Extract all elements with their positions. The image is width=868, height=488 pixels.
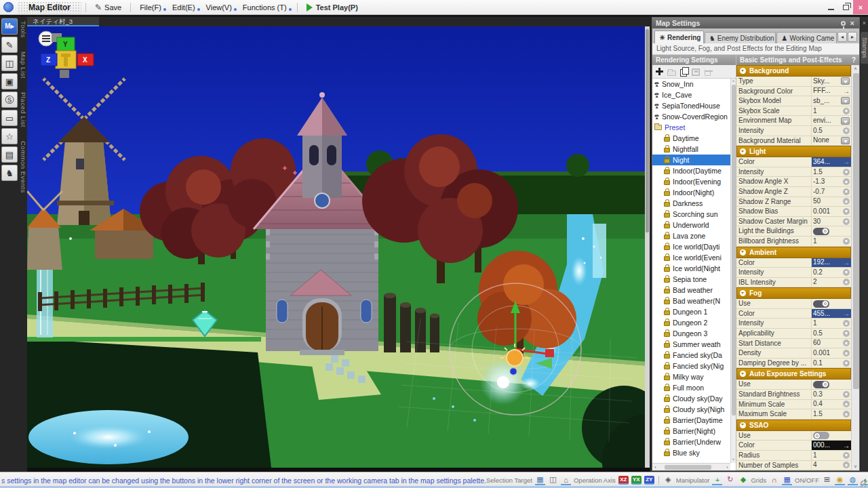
preset-item-ice-world-dayti[interactable]: Ice world(Dayti: [652, 241, 730, 252]
event-runner-icon-button[interactable]: ♞: [1, 165, 18, 181]
color-picker-arrow-icon[interactable]: →: [843, 259, 850, 266]
property-value[interactable]: 192...→: [812, 258, 851, 268]
list-vertical-scrollbar[interactable]: ˄˅: [730, 79, 736, 463]
property-value[interactable]: 4: [812, 461, 851, 470]
preset-item-ice-world-night[interactable]: Ice world(Night: [652, 263, 730, 274]
grid-table-icon[interactable]: ▦: [782, 475, 792, 485]
property-value[interactable]: Sky...: [812, 77, 851, 86]
stepper-icon[interactable]: [843, 320, 850, 327]
preset-item-dungeon-2[interactable]: Dungeon 2: [652, 317, 730, 328]
preset-item-full-moon[interactable]: Full moon: [652, 382, 730, 393]
preset-item-snow-coverdregion[interactable]: Snow-CoverdRegion: [652, 111, 730, 122]
section-header-light[interactable]: Light: [736, 146, 851, 157]
property-value[interactable]: [812, 299, 851, 308]
stepper-icon[interactable]: [843, 198, 850, 205]
preset-item-barrier-daytime[interactable]: Barrier(Daytime: [652, 415, 730, 426]
color-picker-arrow-icon[interactable]: →: [843, 310, 850, 317]
property-value[interactable]: [812, 380, 851, 389]
axis-badge-zy[interactable]: ZY: [644, 476, 654, 485]
manipulator-move-icon[interactable]: +: [712, 475, 722, 485]
menu-item-edit-e[interactable]: Edit(E): [167, 2, 200, 13]
property-value[interactable]: 0.4: [812, 400, 851, 409]
tab-working-came[interactable]: ♟Working Came: [776, 32, 837, 43]
property-row-radius[interactable]: Radius1: [736, 451, 851, 461]
viewport-scrollbar[interactable]: [645, 26, 650, 468]
axis-badge-yx[interactable]: YX: [631, 476, 642, 485]
property-value[interactable]: 0.001: [812, 348, 851, 358]
stepper-icon[interactable]: [843, 391, 850, 398]
tab-rendering[interactable]: ☀Rendering: [654, 30, 704, 43]
selection-building-icon[interactable]: ⌂: [561, 475, 571, 485]
property-value[interactable]: None: [812, 136, 851, 146]
property-value[interactable]: 1.5: [812, 167, 851, 177]
menu-item-view-v[interactable]: View(V): [201, 2, 237, 13]
dock-close-icon[interactable]: ×: [861, 17, 868, 26]
grid-vertical-scrollbar[interactable]: ˄˅: [851, 65, 859, 470]
preset-item-cloudy-sky-day[interactable]: Cloudy sky(Day: [652, 393, 730, 404]
property-row-shadow-z-range[interactable]: Shadow Z Range50: [736, 197, 851, 207]
stepper-icon[interactable]: [843, 269, 850, 276]
property-row-intensity[interactable]: Intensity0.5: [736, 126, 851, 136]
save-preset-icon[interactable]: [692, 68, 700, 76]
section-header-ambient[interactable]: Ambient: [736, 247, 851, 258]
preset-item-snow-inn[interactable]: Snow_Inn: [652, 79, 730, 89]
property-value[interactable]: 364...→: [812, 157, 851, 167]
property-row-start-distance[interactable]: Start Distance60: [736, 339, 851, 349]
property-row-background-color[interactable]: Background ColorFFF...→: [736, 87, 851, 97]
property-row-ibl-intensity[interactable]: IBL Intensity2: [736, 278, 851, 288]
preset-item-cloudy-sky-nigh[interactable]: Cloudy sky(Nigh: [652, 404, 730, 415]
preset-item-bad-weather-n[interactable]: Bad weather(N: [652, 296, 730, 306]
minimize-button[interactable]: [823, 0, 838, 14]
dropdown-icon[interactable]: [841, 77, 850, 85]
property-row-type[interactable]: TypeSky...: [736, 77, 851, 87]
preset-item-sepia-tone[interactable]: Sepia tone: [652, 274, 730, 285]
test-play-button[interactable]: Test Play(P): [302, 2, 363, 13]
section-header-ssao[interactable]: SSAO: [736, 420, 851, 431]
preset-item-fancied-sky-da[interactable]: Fancied sky(Da: [652, 350, 730, 361]
preset-item-scorching-sun[interactable]: Scorching sun: [652, 209, 730, 220]
property-value[interactable]: sb_...: [812, 96, 851, 106]
tab-scroll-left-icon[interactable]: ◂: [837, 32, 847, 42]
property-row-applicability[interactable]: Applicability0.5: [736, 329, 851, 339]
sky-display-icon[interactable]: ◍: [848, 475, 858, 485]
save-button[interactable]: ✎ Save: [90, 1, 126, 14]
stamps-dock-tab[interactable]: Stamps: [861, 32, 868, 64]
property-row-shadow-caster-margin[interactable]: Shadow Caster Margin30: [736, 217, 851, 227]
property-value[interactable]: 1: [812, 319, 851, 328]
property-value[interactable]: 0.001: [812, 207, 851, 216]
property-row-number-of-samples[interactable]: Number of Samples4: [736, 461, 851, 470]
property-row-light-the-buildings[interactable]: Light the Buildings: [736, 226, 851, 237]
stepper-icon[interactable]: [843, 208, 850, 215]
toggle-switch[interactable]: [813, 228, 829, 235]
property-value[interactable]: 50: [812, 197, 851, 207]
stepper-icon[interactable]: [843, 360, 850, 367]
property-value[interactable]: 60: [812, 339, 851, 348]
preset-item-darkness[interactable]: Darkness: [652, 198, 730, 209]
preset-item-ice-world-eveni[interactable]: Ice world(Eveni: [652, 252, 730, 263]
preset-item-indoor-evening[interactable]: Indoor(Evening: [652, 176, 730, 187]
property-row-background-material[interactable]: Background MaterialNone: [736, 136, 851, 146]
property-row-billboard-brightness[interactable]: Billboard Brightness1: [736, 237, 851, 247]
selection-terrain-icon[interactable]: ▦: [535, 475, 545, 485]
stepper-icon[interactable]: [843, 169, 850, 176]
pin-icon[interactable]: [841, 21, 846, 26]
dock-tab-tools[interactable]: Tools: [20, 21, 27, 38]
coin-icon-button[interactable]: Ⓢ: [1, 92, 18, 108]
new-folder-icon[interactable]: [667, 70, 676, 76]
axis-sphere-icon[interactable]: ◈: [663, 475, 673, 485]
stepper-icon[interactable]: [843, 188, 850, 195]
preset-item-indoor-daytime[interactable]: Indoor(Daytime: [652, 165, 730, 176]
section-header-auto-exposure-settings[interactable]: Auto Exposure Settings: [736, 368, 851, 380]
copy-preset-icon[interactable]: [679, 67, 688, 76]
resize-grip[interactable]: [861, 481, 867, 487]
property-value[interactable]: FFF...→: [812, 87, 851, 96]
preset-item-indoor-night[interactable]: Indoor(Night): [652, 187, 730, 198]
property-value[interactable]: [812, 431, 851, 441]
edit-map-icon-button[interactable]: ✎: [1, 37, 18, 53]
axis-badge-xz[interactable]: XZ: [618, 476, 629, 485]
restore-button[interactable]: [838, 0, 853, 14]
viewport-scene[interactable]: Y Z X: [27, 26, 650, 468]
property-value[interactable]: 1: [812, 237, 851, 246]
monitor-icon-button[interactable]: ▭: [1, 110, 18, 126]
preset-item-bad-weather[interactable]: Bad weather: [652, 285, 730, 296]
